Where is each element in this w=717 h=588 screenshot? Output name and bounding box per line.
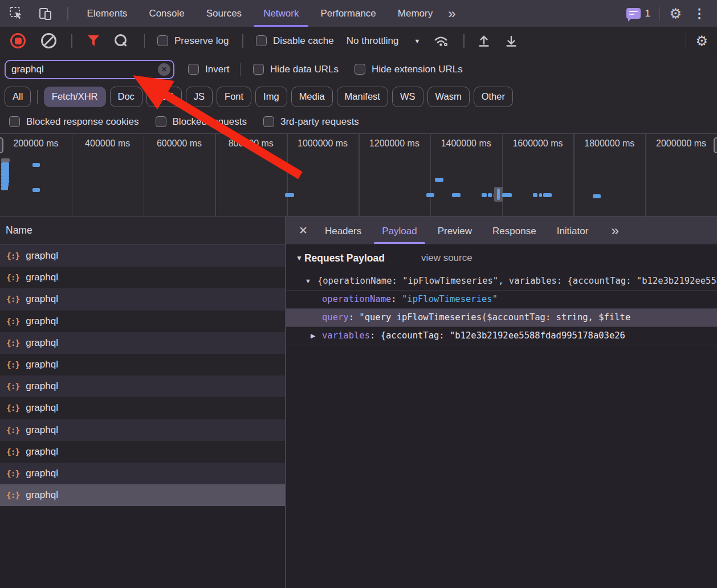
timeline-gridline (430, 134, 431, 216)
overview-timeline[interactable]: 200000 ms400000 ms600000 ms800000 ms1000… (0, 133, 717, 217)
request-row[interactable]: {:}graphql (0, 245, 285, 267)
kebab-menu-icon[interactable]: ⋮ (691, 7, 708, 20)
chip-ws[interactable]: WS (392, 87, 423, 107)
network-activity-bar (285, 193, 294, 197)
search-icon[interactable] (114, 33, 129, 48)
request-name: graphql (26, 272, 58, 283)
throttling-select[interactable]: No throttling ▼ (347, 35, 421, 47)
chip-img[interactable]: Img (255, 87, 287, 107)
import-har-icon[interactable] (477, 34, 491, 48)
filter-funnel-icon[interactable] (87, 35, 100, 47)
clear-filter-icon[interactable]: ✕ (158, 63, 170, 76)
device-toolbar-icon[interactable] (38, 7, 52, 21)
overview-right-grip[interactable] (714, 137, 717, 153)
request-row[interactable]: {:}graphql (0, 267, 285, 288)
payload-colon: : (370, 330, 381, 341)
timeline-tick-label: 1000000 ms (287, 138, 358, 149)
request-payload-heading: ▼ Request Payload view source (286, 245, 717, 271)
blocked-requests-checkbox[interactable] (156, 116, 166, 127)
hide-extension-urls-checkbox[interactable] (355, 64, 365, 75)
request-row[interactable]: {:}graphql (0, 463, 285, 484)
network-activity-bar (488, 193, 492, 197)
detail-tab-payload[interactable]: Payload (372, 217, 427, 244)
tab-elements[interactable]: Elements (76, 0, 138, 27)
payload-row-variables[interactable]: ▶variables: {accountTag: "b12e3b2192ee55… (286, 326, 717, 345)
chip-manifest[interactable]: Manifest (337, 87, 388, 107)
preserve-log-checkbox[interactable] (157, 35, 168, 46)
hide-data-urls-checkbox[interactable] (253, 64, 264, 75)
network-settings-gear-icon[interactable]: ⚙ (695, 34, 708, 48)
timeline-tick-label: 1800000 ms (573, 138, 645, 149)
disable-cache-checkbox[interactable] (256, 35, 267, 46)
inspect-element-icon[interactable] (9, 6, 23, 21)
request-name: graphql (26, 250, 58, 262)
request-row[interactable]: {:}graphql (0, 419, 285, 441)
type-chip-bar: AllFetch/XHRDocCSSJSFontImgMediaManifest… (0, 83, 717, 110)
tab-network[interactable]: Network (252, 0, 309, 27)
timeline-gridline (215, 134, 216, 216)
chip-fetchxhr[interactable]: Fetch/XHR (44, 87, 106, 107)
filter-input[interactable] (5, 60, 174, 79)
tab-memory[interactable]: Memory (387, 0, 443, 27)
chip-wasm[interactable]: Wasm (427, 87, 470, 107)
network-conditions-icon[interactable] (434, 34, 450, 48)
request-row[interactable]: {:}graphql (0, 375, 285, 397)
chip-css[interactable]: CSS (146, 87, 182, 107)
collapse-arrow-icon[interactable]: ▼ (296, 254, 303, 262)
invert-checkbox[interactable] (188, 64, 199, 75)
request-list: {:}graphql{:}graphql{:}graphql{:}graphql… (0, 245, 285, 506)
request-row[interactable]: {:}graphql (0, 441, 285, 463)
chip-all[interactable]: All (5, 87, 31, 107)
name-column-header[interactable]: Name (0, 217, 285, 245)
chip-media[interactable]: Media (291, 87, 333, 107)
request-row[interactable]: {:}graphql (0, 311, 285, 332)
request-name: graphql (26, 489, 58, 501)
chip-doc[interactable]: Doc (110, 87, 142, 107)
more-tabs-icon[interactable]: » (443, 0, 459, 27)
view-source-link[interactable]: view source (421, 252, 472, 264)
close-detail-icon[interactable]: ✕ (286, 224, 308, 237)
settings-gear-icon[interactable]: ⚙ (669, 7, 682, 21)
payload-row-operationName[interactable]: operationName: "ipFlowTimeseries" (286, 290, 717, 308)
detail-more-tabs-icon[interactable]: » (606, 217, 622, 245)
tab-sources[interactable]: Sources (195, 0, 252, 27)
divider (240, 63, 241, 76)
clear-network-log-icon[interactable] (41, 33, 56, 48)
third-party-requests-checkbox[interactable] (263, 116, 274, 127)
payload-key: operationName (322, 294, 391, 304)
json-braces-icon: {:} (6, 251, 19, 260)
tab-console[interactable]: Console (138, 0, 195, 27)
request-row[interactable]: {:}graphql (0, 354, 285, 375)
request-row[interactable]: {:}graphql (0, 397, 285, 419)
third-party-requests-group: 3rd-party requests (263, 116, 359, 128)
chip-js[interactable]: JS (186, 87, 213, 107)
request-name: graphql (26, 468, 58, 479)
timeline-gridline (502, 134, 503, 216)
divider (686, 34, 687, 48)
request-list-panel: Name {:}graphql{:}graphql{:}graphql{:}gr… (0, 217, 285, 588)
payload-preview-line[interactable]: ▼ {operationName: "ipFlowTimeseries", va… (286, 271, 717, 290)
collapse-arrow-icon[interactable]: ▼ (305, 277, 311, 284)
payload-row-query[interactable]: query: "query ipFlowTimeseries($accountT… (286, 308, 717, 326)
detail-tab-preview[interactable]: Preview (427, 217, 482, 244)
chip-other[interactable]: Other (474, 87, 513, 107)
timeline-tick-label: 1400000 ms (430, 138, 502, 149)
detail-tab-headers[interactable]: Headers (315, 217, 372, 244)
network-activity-bar (533, 193, 537, 197)
name-column-header-label: Name (6, 224, 32, 236)
export-har-icon[interactable] (504, 34, 518, 48)
expand-arrow-icon[interactable]: ▶ (311, 327, 315, 345)
throttling-value: No throttling (347, 35, 399, 47)
blocked-response-cookies-checkbox[interactable] (9, 116, 20, 127)
detail-tab-response[interactable]: Response (482, 217, 547, 244)
third-party-requests-label: 3rd-party requests (280, 116, 359, 128)
request-row[interactable]: {:}graphql (0, 484, 285, 506)
tab-performance[interactable]: Performance (309, 0, 386, 27)
overview-left-grip[interactable] (0, 137, 3, 153)
request-row[interactable]: {:}graphql (0, 332, 285, 354)
detail-tab-initiator[interactable]: Initiator (547, 217, 599, 244)
issues-message-icon[interactable] (626, 8, 641, 19)
chip-font[interactable]: Font (217, 87, 251, 107)
request-row[interactable]: {:}graphql (0, 288, 285, 310)
record-button[interactable] (10, 33, 26, 48)
